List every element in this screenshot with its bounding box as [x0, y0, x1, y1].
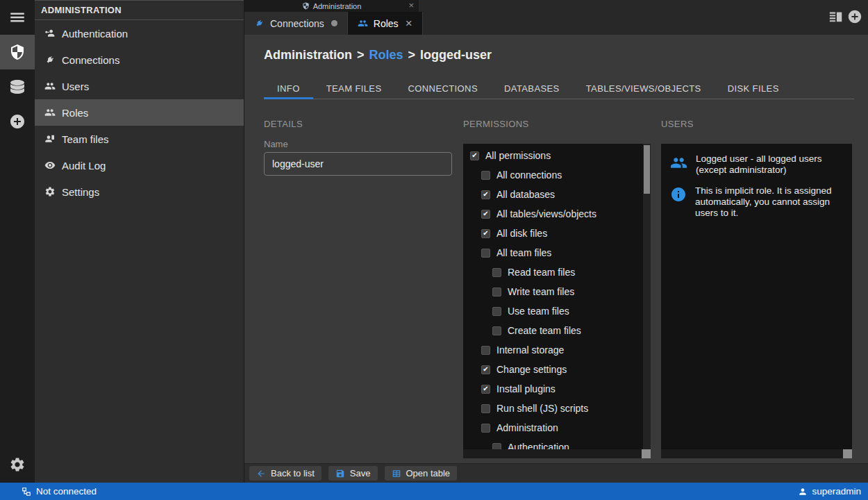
roles-icon [358, 18, 368, 28]
permissions-scroll-thumb[interactable] [644, 145, 650, 194]
plug-icon [44, 54, 56, 65]
permission-row-read-team-files[interactable]: Read team files [463, 262, 651, 282]
detail-tab-tables-views-objects[interactable]: TABLES/VIEWS/OBJECTS [573, 78, 715, 99]
save-icon [335, 469, 345, 478]
sidebar-item-label: Settings [62, 186, 99, 198]
tab-connections[interactable]: Connections [244, 12, 348, 35]
permission-label: All tables/views/objects [496, 208, 596, 219]
users-panel-item: This is implicit role. It is assigned au… [661, 176, 852, 219]
plug-icon [254, 18, 265, 28]
permission-row-all-connections[interactable]: All connections [463, 165, 651, 185]
permission-label: Create team files [508, 325, 581, 336]
button-label: Save [350, 468, 371, 478]
permission-row-all-databases[interactable]: ✔All databases [463, 185, 651, 204]
permission-row-administration[interactable]: Administration [463, 418, 651, 438]
detail-tab-team-files[interactable]: TEAM FILES [313, 78, 395, 99]
checkbox-unchecked[interactable] [481, 404, 490, 413]
close-tab-icon[interactable]: × [406, 17, 412, 29]
checkbox-checked[interactable]: ✔ [481, 190, 490, 199]
detail-tab-label: DISK FILES [728, 83, 779, 94]
checkbox-unchecked[interactable] [481, 249, 490, 258]
close-tab-group-icon[interactable]: × [408, 0, 414, 11]
checkbox-checked[interactable]: ✔ [481, 229, 490, 238]
permission-row-change-settings[interactable]: ✔Change settings [463, 360, 651, 379]
breadcrumb-segment-roles[interactable]: Roles [369, 48, 403, 62]
tab-roles[interactable]: Roles× [348, 12, 423, 35]
sidebar-header: ADMINISTRATION [35, 0, 244, 20]
iconbar-administration-button[interactable] [0, 35, 35, 69]
hamburger-icon [8, 8, 26, 26]
roles-icon [44, 107, 56, 118]
checkbox-unchecked[interactable] [481, 424, 490, 433]
permission-row-all-disk-files[interactable]: ✔All disk files [463, 224, 651, 243]
checkbox-checked[interactable]: ✔ [481, 385, 490, 394]
statusbar: Not connected superadmin [0, 483, 868, 500]
arrow-left-icon [256, 469, 266, 478]
permissions-section-header: PERMISSIONS [463, 119, 529, 129]
titlebar: Administration × ConnectionsRoles× [244, 0, 868, 35]
back-to-list-button[interactable]: Back to list [249, 466, 322, 481]
permission-row-use-team-files[interactable]: Use team files [463, 301, 651, 321]
permissions-vscrollbar[interactable] [643, 144, 651, 449]
permission-row-create-team-files[interactable]: Create team files [463, 321, 651, 340]
main-content: Administration>Roles>logged-user INFOTEA… [244, 35, 868, 463]
name-input[interactable] [264, 152, 452, 176]
checkbox-unchecked[interactable] [492, 288, 501, 297]
checkbox-unchecked[interactable] [492, 326, 501, 335]
permission-label: Use team files [508, 306, 569, 317]
permission-row-all-team-files[interactable]: All team files [463, 243, 651, 262]
save-button[interactable]: Save [328, 466, 378, 481]
checkbox-unchecked[interactable] [492, 307, 501, 316]
detail-tab-info[interactable]: INFO [264, 78, 313, 99]
iconbar-menu-button[interactable] [0, 0, 35, 35]
iconbar-settings-button[interactable] [0, 451, 35, 478]
connection-status-text: Not connected [36, 486, 97, 497]
permission-label: Internal storage [496, 344, 564, 356]
users-scroll-corner [843, 449, 852, 458]
sidebar-item-users[interactable]: Users [35, 73, 244, 99]
sidebar-item-settings[interactable]: Settings [35, 178, 244, 205]
shield-icon [302, 2, 310, 10]
checkbox-checked[interactable]: ✔ [470, 151, 479, 160]
checkbox-unchecked[interactable] [492, 268, 501, 277]
permissions-hscrollbar[interactable] [463, 449, 643, 458]
permission-row-all-permissions[interactable]: ✔All permissions [463, 146, 651, 165]
plus-circle-icon[interactable] [847, 9, 862, 24]
logged-in-user-text: superadmin [812, 486, 861, 497]
checkbox-unchecked[interactable] [481, 171, 490, 180]
iconbar-database-button[interactable] [0, 69, 35, 104]
users-hscrollbar[interactable] [661, 449, 844, 458]
checkbox-unchecked[interactable] [481, 346, 490, 355]
button-label: Back to list [271, 468, 315, 478]
permission-row-install-plugins[interactable]: ✔Install plugins [463, 379, 651, 399]
iconbar-add-connection-button[interactable] [0, 104, 35, 139]
permission-label: All connections [496, 169, 562, 181]
sidebar-item-roles[interactable]: Roles [35, 99, 244, 126]
sidebar-item-connections[interactable]: Connections [35, 47, 244, 73]
permission-row-internal-storage[interactable]: Internal storage [463, 340, 651, 360]
checkbox-checked[interactable]: ✔ [481, 210, 490, 219]
permission-row-write-team-files[interactable]: Write team files [463, 282, 651, 301]
button-label: Open table [406, 468, 451, 478]
detail-tab-connections[interactable]: CONNECTIONS [395, 78, 491, 99]
widget-list-icon[interactable] [828, 9, 844, 24]
checkbox-checked[interactable]: ✔ [481, 365, 490, 374]
permission-row-all-tables-views-objects[interactable]: ✔All tables/views/objects [463, 204, 651, 224]
breadcrumb-segment-logged-user: logged-user [420, 48, 492, 62]
sidebar-item-team-files[interactable]: Team files [35, 126, 244, 152]
permission-label: Run shell (JS) scripts [496, 403, 588, 414]
permission-row-run-shell-js-scripts[interactable]: Run shell (JS) scripts [463, 399, 651, 418]
detail-tab-disk-files[interactable]: DISK FILES [715, 78, 792, 99]
breadcrumb: Administration>Roles>logged-user [264, 48, 492, 62]
sidebar-item-authentication[interactable]: Authentication [35, 20, 244, 47]
permission-label: Read team files [508, 267, 575, 278]
detail-tab-databases[interactable]: DATABASES [491, 78, 573, 99]
connection-status: Not connected [0, 486, 97, 497]
details-section-header: DETAILS [264, 119, 303, 129]
sidebar-item-audit-log[interactable]: Audit Log [35, 152, 244, 178]
bottom-toolbar: Back to listSaveOpen table [244, 463, 868, 483]
breadcrumb-separator: > [408, 48, 416, 62]
permissions-scroll-corner [642, 449, 651, 458]
open-table-button[interactable]: Open table [385, 466, 458, 481]
permission-label: All permissions [485, 150, 551, 161]
